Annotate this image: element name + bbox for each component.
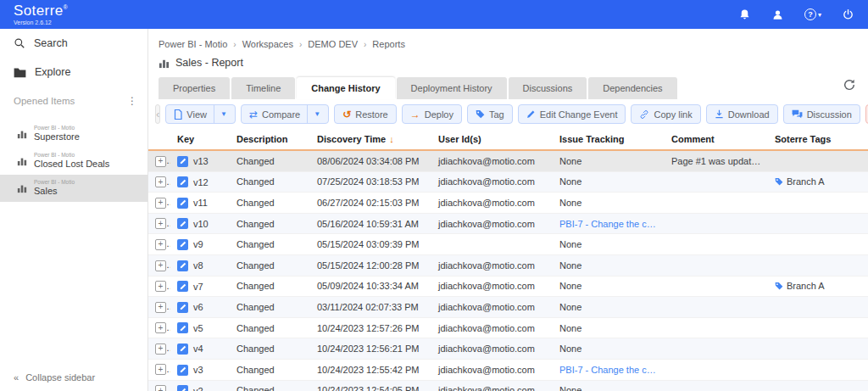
expand-row-button[interactable]: +: [155, 322, 166, 333]
issue-tracking-cell: None: [553, 234, 665, 255]
download-button[interactable]: Download: [706, 104, 778, 124]
sidebar-item-search[interactable]: Search: [0, 29, 147, 58]
tag-icon: [775, 177, 783, 186]
sort-descending-icon: ↓: [389, 134, 394, 144]
refresh-icon[interactable]: [843, 78, 856, 92]
discovery-time-cell: 10/24/2023 12:56:21 PM: [310, 338, 431, 360]
toolbar: ‹ View ▼ ⇄ Compare ▼ ↺ Restore → Deploy …: [148, 99, 868, 129]
compare-button[interactable]: ⇄ Compare ▼: [241, 104, 329, 124]
opened-item-closed-lost-deals[interactable]: Power BI - Motio Closed Lost Deals: [0, 148, 147, 175]
table-row[interactable]: +v13Changed08/06/2024 03:34:08 PMjdiachk…: [148, 150, 868, 171]
table-row[interactable]: +v9Changed05/15/2024 03:09:39 PMNone: [148, 234, 868, 255]
breadcrumb-item-demo-dev[interactable]: DEMO DEV: [308, 39, 358, 49]
column-header-issue-tracking[interactable]: Issue Tracking: [553, 129, 665, 150]
expand-row-button[interactable]: +: [155, 364, 166, 375]
sidebar-search-label: Search: [34, 37, 68, 49]
tab-dependencies[interactable]: Dependencies: [588, 77, 676, 99]
expand-row-button[interactable]: +: [155, 302, 166, 313]
opened-item-superstore[interactable]: Power BI - Motio Superstore: [0, 120, 147, 148]
breadcrumb-item-workspaces[interactable]: Workspaces: [242, 39, 293, 49]
discussion-button[interactable]: Discussion: [783, 104, 860, 124]
table-row[interactable]: +v11Changed06/27/2024 02:15:03 PMjdiachk…: [148, 193, 868, 214]
expand-row-button[interactable]: +: [155, 260, 166, 271]
description-cell: Changed: [230, 297, 310, 318]
view-button[interactable]: View ▼: [165, 104, 236, 124]
changed-icon: [177, 385, 188, 391]
table-row[interactable]: +v10Changed05/16/2024 10:59:31 AMjdiachk…: [148, 213, 868, 234]
issue-tracking-cell: None: [553, 380, 665, 391]
discovery-time-cell: 08/06/2024 03:34:08 PM: [310, 150, 431, 171]
sidebar-explore-label: Explore: [35, 66, 70, 78]
topbar: Soterre ® Version 2.6.12 ? ▾: [0, 0, 868, 29]
version-key: v6: [193, 302, 203, 312]
table-row[interactable]: +v8Changed05/15/2024 12:00:28 PMjdiachko…: [148, 254, 868, 276]
column-header-comment[interactable]: Comment: [665, 129, 768, 150]
table-row[interactable]: +v12Changed07/25/2024 03:18:53 PMjdiachk…: [148, 171, 868, 193]
tab-timeline[interactable]: Timeline: [231, 77, 295, 99]
compare-dropdown-button[interactable]: ▼: [307, 105, 320, 123]
breadcrumb-item-reports[interactable]: Reports: [372, 39, 405, 49]
tab-discussions[interactable]: Discussions: [509, 77, 587, 99]
description-cell: Changed: [230, 380, 310, 391]
issue-tracking-cell: None: [553, 193, 665, 214]
user-account-icon[interactable]: [771, 8, 784, 21]
search-icon: [14, 37, 25, 49]
tag-button-label: Tag: [489, 109, 504, 120]
toolbar-scroll-left-button[interactable]: ‹: [155, 104, 160, 124]
key-cell: v3: [170, 359, 230, 380]
logout-power-icon[interactable]: [842, 8, 854, 21]
column-header-key[interactable]: Key: [170, 129, 230, 150]
expand-row-button[interactable]: +: [155, 176, 166, 187]
discovery-time-cell: 05/16/2024 10:59:31 AM: [310, 213, 431, 234]
soterre-tag-chip[interactable]: Branch A: [775, 176, 825, 187]
issue-tracking-cell: None: [553, 317, 665, 338]
tab-bar: Properties Timeline Change History Deplo…: [148, 77, 868, 99]
tag-button[interactable]: Tag: [467, 104, 513, 124]
expand-row-button[interactable]: +: [155, 156, 166, 167]
column-header-discovery-time[interactable]: Discovery Time↓: [310, 129, 431, 150]
column-header-user-ids[interactable]: User Id(s): [431, 129, 553, 150]
expand-row-button[interactable]: +: [155, 385, 166, 391]
opened-item-sales[interactable]: Power BI - Motio Sales: [0, 175, 147, 202]
deploy-button[interactable]: → Deploy: [402, 104, 462, 124]
table-row[interactable]: +v7Changed05/09/2024 10:33:34 AMjdiachko…: [148, 276, 868, 297]
issue-tracking-cell: None: [553, 171, 665, 193]
expand-row-button[interactable]: +: [155, 239, 166, 250]
table-row[interactable]: +v4Changed10/24/2023 12:56:21 PMjdiachko…: [148, 338, 868, 360]
expand-row-button[interactable]: +: [155, 344, 166, 355]
table-row[interactable]: +v5Changed10/24/2023 12:57:26 PMjdiachko…: [148, 317, 868, 338]
version-key: v7: [193, 282, 203, 292]
issue-tracking-cell[interactable]: PBI-7 - Change the color of t...: [553, 213, 665, 234]
table-row[interactable]: +v2Changed10/24/2023 12:54:05 PMjdiachko…: [148, 380, 868, 391]
restore-button[interactable]: ↺ Restore: [334, 104, 397, 124]
view-dropdown-button[interactable]: ▼: [214, 105, 227, 123]
copy-link-button[interactable]: Copy link: [631, 104, 700, 124]
opened-items-menu-icon[interactable]: ⋮: [127, 95, 137, 107]
collapse-sidebar-button[interactable]: « Collapse sidebar: [14, 372, 95, 383]
table-row[interactable]: +v3Changed10/24/2023 12:55:42 PMjdiachko…: [148, 359, 868, 380]
tab-deployment-history[interactable]: Deployment History: [397, 77, 507, 99]
tab-properties[interactable]: Properties: [159, 77, 230, 99]
changed-icon: [177, 156, 188, 167]
expand-row-button[interactable]: +: [155, 281, 166, 292]
tab-change-history[interactable]: Change History: [297, 77, 394, 99]
help-menu-icon[interactable]: ? ▾: [804, 8, 821, 20]
column-header-soterre-tags[interactable]: Soterre Tags: [768, 129, 868, 150]
user-id-cell: jdiachkova@motio.com: [431, 338, 553, 360]
sidebar: Search Explore Opened Items ⋮ Power BI -…: [0, 29, 148, 391]
breadcrumb-separator: ›: [233, 40, 236, 49]
column-header-description[interactable]: Description: [230, 129, 310, 150]
issue-tracking-cell[interactable]: PBI-7 - Change the color of t...: [553, 359, 665, 380]
sidebar-item-explore[interactable]: Explore: [0, 58, 147, 87]
expand-row-button[interactable]: +: [155, 218, 166, 229]
notifications-bell-icon[interactable]: [738, 8, 751, 21]
version-key: v3: [193, 365, 203, 375]
issue-tracking-cell: None: [553, 254, 665, 276]
comment-cell: [665, 213, 768, 234]
breadcrumb-item-connection[interactable]: Power BI - Motio: [159, 39, 227, 49]
edit-change-event-button[interactable]: Edit Change Event: [518, 104, 626, 124]
table-row[interactable]: +v6Changed03/11/2024 02:07:33 PMjdiachko…: [148, 297, 868, 318]
soterre-tag-chip[interactable]: Branch A: [775, 281, 825, 291]
bar-chart-icon: [17, 156, 27, 166]
expand-row-button[interactable]: +: [155, 198, 166, 209]
